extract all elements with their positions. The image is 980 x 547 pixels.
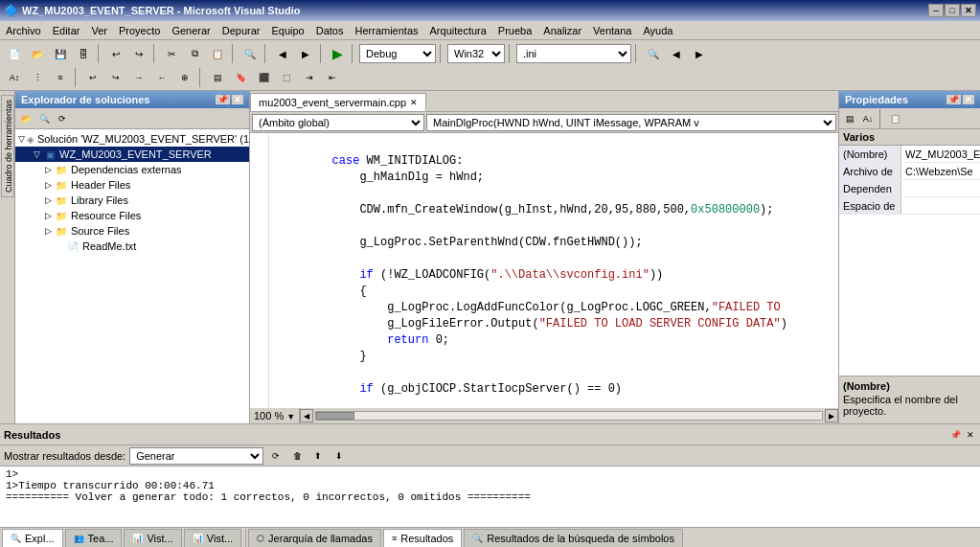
solution-pin-button[interactable]: 📌 xyxy=(216,95,230,104)
tree-item-project[interactable]: ▽ ▣ WZ_MU2003_EVENT_SERVER xyxy=(15,147,249,162)
tb2-btn10[interactable]: 🔖 xyxy=(230,67,251,88)
props-close-button[interactable]: ✕ xyxy=(963,95,974,104)
taskbar-tab-team[interactable]: 👥 Tea... xyxy=(65,529,123,547)
next-result-button[interactable]: ▶ xyxy=(689,43,710,64)
run-button[interactable]: ▶ xyxy=(328,44,348,63)
h-scroll-left[interactable]: ◀ xyxy=(300,409,313,422)
menu-analizar[interactable]: Analizar xyxy=(537,23,587,38)
copy-button[interactable]: ⧉ xyxy=(184,43,205,64)
tb2-btn14[interactable]: ⇤ xyxy=(322,67,343,88)
editor-tab-main[interactable]: mu2003_event_servermain.cpp ✕ xyxy=(250,93,426,111)
code-editor[interactable]: case WM_INITDIALOG: g_hMainDlg = hWnd; C… xyxy=(250,133,838,408)
output-tb-btn1[interactable]: ⟳ xyxy=(267,447,285,465)
open-button[interactable]: 📂 xyxy=(27,43,48,64)
sol-tb-btn3[interactable]: ⟳ xyxy=(54,110,71,127)
tb2-btn9[interactable]: ▤ xyxy=(207,67,228,88)
platform-select[interactable]: Win32 x64 xyxy=(447,44,505,63)
menu-datos[interactable]: Datos xyxy=(310,23,350,38)
menu-arquitectura[interactable]: Arquitectura xyxy=(424,23,492,38)
library-expand-icon[interactable]: ▷ xyxy=(42,194,54,206)
tb2-btn5[interactable]: ↪ xyxy=(105,67,126,88)
tb2-btn1[interactable]: A↕ xyxy=(4,67,25,88)
menu-ventana[interactable]: Ventana xyxy=(587,23,637,38)
paste-button[interactable]: 📋 xyxy=(207,43,228,64)
solution-close-button[interactable]: ✕ xyxy=(232,95,243,104)
prop-value-espacio[interactable] xyxy=(901,205,980,207)
tb2-btn12[interactable]: ⬚ xyxy=(276,67,297,88)
menu-prueba[interactable]: Prueba xyxy=(492,23,537,38)
tree-item-header[interactable]: ▷ 📁 Header Files xyxy=(15,177,249,193)
tab-call-hierarchy[interactable]: ⬡ Jerarquía de llamadas xyxy=(248,529,381,547)
tree-item-solution[interactable]: ▽ ◈ Solución 'WZ_MU2003_EVENT_SERVER' (1 xyxy=(15,131,249,147)
zoom-dropdown-icon[interactable]: ▼ xyxy=(286,412,295,422)
output-tb-btn3[interactable]: ⬆ xyxy=(309,447,327,465)
prop-value-dependen[interactable] xyxy=(901,188,980,190)
scope-select[interactable]: (Ámbito global) xyxy=(252,114,424,131)
prop-value-archivo[interactable]: C:\Webzen\Se xyxy=(901,165,980,178)
cuadro-herramientas-tab[interactable]: Cuadro de herramientas xyxy=(1,95,14,197)
tb2-btn7[interactable]: ← xyxy=(151,67,172,88)
save-button[interactable]: 💾 xyxy=(50,43,71,64)
taskbar-tab-explorer[interactable]: 🔍 Expl... xyxy=(2,529,63,547)
tb2-btn6[interactable]: → xyxy=(128,67,149,88)
project-expand-icon[interactable]: ▽ xyxy=(31,148,42,160)
props-pin-button[interactable]: 📌 xyxy=(946,95,961,104)
tab-results[interactable]: ≡ Resultados xyxy=(383,529,462,547)
redo-button[interactable]: ↪ xyxy=(128,43,149,64)
back-button[interactable]: ◀ xyxy=(272,43,293,64)
solution-expand-icon[interactable]: ▽ xyxy=(18,133,26,145)
menu-editar[interactable]: Editar xyxy=(47,23,86,38)
debug-config-select[interactable]: Debug Release xyxy=(359,44,436,63)
forward-button[interactable]: ▶ xyxy=(295,43,316,64)
tree-item-resource[interactable]: ▷ 📁 Resource Files xyxy=(15,208,249,223)
find-combo-button[interactable]: 🔍 xyxy=(643,43,664,64)
menu-proyecto[interactable]: Proyecto xyxy=(113,23,166,38)
sol-tb-btn2[interactable]: 🔍 xyxy=(35,110,53,127)
tb2-btn8[interactable]: ⊕ xyxy=(174,67,195,88)
cut-button[interactable]: ✂ xyxy=(161,43,182,64)
prev-result-button[interactable]: ◀ xyxy=(666,43,687,64)
output-filter-select[interactable]: Generar xyxy=(129,447,263,465)
output-pin-button[interactable]: 📌 xyxy=(948,430,963,440)
props-alpha-btn[interactable]: A↓ xyxy=(859,110,877,127)
find-button[interactable]: 🔍 xyxy=(239,43,261,64)
minimize-button[interactable]: ─ xyxy=(928,4,944,17)
tb2-btn13[interactable]: ⇥ xyxy=(299,67,320,88)
source-expand-icon[interactable]: ▷ xyxy=(42,225,54,237)
close-button[interactable]: ✕ xyxy=(961,4,976,17)
new-button[interactable]: 📄 xyxy=(4,43,25,64)
output-close-button[interactable]: ✕ xyxy=(965,430,976,440)
props-pages-btn[interactable]: 📋 xyxy=(886,110,903,127)
tb2-btn3[interactable]: ≡ xyxy=(50,67,71,88)
editor-tab-close[interactable]: ✕ xyxy=(410,98,418,107)
menu-equipo[interactable]: Equipo xyxy=(265,23,309,38)
prop-value-nombre[interactable]: WZ_MU2003_E xyxy=(901,148,980,161)
menu-depurar[interactable]: Depurar xyxy=(217,23,266,38)
tab-symbol-search[interactable]: 🔍 Resultados de la búsqueda de símbolos xyxy=(464,529,683,547)
sol-tb-btn1[interactable]: 📂 xyxy=(17,110,34,127)
menu-ver[interactable]: Ver xyxy=(85,23,113,38)
menu-herramientas[interactable]: Herramientas xyxy=(350,23,424,38)
function-select[interactable]: MainDlgProc(HWND hWnd, UINT iMessage, WP… xyxy=(426,114,836,131)
output-tb-btn2[interactable]: 🗑 xyxy=(288,447,306,465)
tb2-btn11[interactable]: ⬛ xyxy=(253,67,274,88)
props-category-btn[interactable]: ▤ xyxy=(841,110,858,127)
menu-ayuda[interactable]: Ayuda xyxy=(637,23,678,38)
tree-item-deps[interactable]: ▷ 📁 Dependencias externas xyxy=(15,162,249,177)
tb2-btn2[interactable]: ⋮ xyxy=(27,67,48,88)
code-content[interactable]: case WM_INITDIALOG: g_hMainDlg = hWnd; C… xyxy=(269,133,838,408)
header-expand-icon[interactable]: ▷ xyxy=(42,179,54,191)
save-all-button[interactable]: 🗄 xyxy=(73,43,94,64)
menu-generar[interactable]: Generar xyxy=(166,23,216,38)
h-scrollbar[interactable]: 100 % ▼ ◀ ▶ xyxy=(250,408,838,423)
taskbar-tab-vis2[interactable]: 📊 Vist... xyxy=(184,529,241,547)
menu-archivo[interactable]: Archivo xyxy=(0,23,47,38)
h-scroll-right[interactable]: ▶ xyxy=(825,409,838,422)
tb2-btn4[interactable]: ↩ xyxy=(82,67,103,88)
tree-item-library[interactable]: ▷ 📁 Library Files xyxy=(15,193,249,208)
tree-item-readme[interactable]: 📄 ReadMe.txt xyxy=(15,239,249,254)
tree-item-source[interactable]: ▷ 📁 Source Files xyxy=(15,223,249,239)
output-tb-btn4[interactable]: ⬇ xyxy=(330,447,348,465)
taskbar-tab-vis1[interactable]: 📊 Vist... xyxy=(124,529,181,547)
ini-select[interactable]: .ini xyxy=(516,44,631,63)
